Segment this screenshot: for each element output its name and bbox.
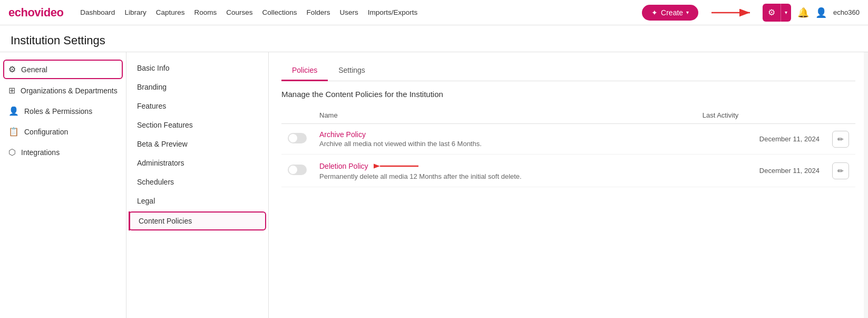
logo[interactable]: echovideo	[8, 6, 63, 20]
create-button[interactable]: ✦ Create ▾	[642, 5, 698, 21]
deletion-policy-edit-button[interactable]: ✏	[832, 162, 849, 179]
sidebar-item-integrations[interactable]: ⬡ Integrations	[0, 142, 126, 162]
middle-item-administrators[interactable]: Administrators	[126, 153, 268, 172]
archive-policy-description: Archive all media not viewed within the …	[319, 140, 690, 148]
deletion-policy-annotation-arrow	[374, 161, 421, 171]
archive-policy-info-cell: Archive Policy Archive all media not vie…	[313, 124, 696, 155]
bell-icon[interactable]: 🔔	[797, 7, 809, 18]
sidebar-configuration-label: Configuration	[24, 128, 68, 136]
archive-policy-info: Archive Policy Archive all media not vie…	[319, 130, 690, 148]
create-label: Create	[661, 8, 683, 17]
gear-icon: ⚙	[8, 64, 16, 74]
th-last-activity: Last Activity	[696, 107, 826, 124]
middle-item-beta-preview[interactable]: Beta & Preview	[126, 134, 268, 153]
table-row: Archive Policy Archive all media not vie…	[281, 124, 855, 155]
spark-icon: ✦	[651, 8, 658, 17]
deletion-policy-toggle[interactable]	[288, 165, 307, 175]
th-actions	[826, 107, 855, 124]
tab-bar: Policies Settings	[281, 61, 855, 81]
sidebar: ⚙ General ⊞ Organizations & Departments …	[0, 52, 126, 318]
sidebar-organizations-label: Organizations & Departments	[21, 86, 118, 95]
tab-settings[interactable]: Settings	[328, 61, 376, 81]
gear-button[interactable]: ⚙	[763, 4, 781, 22]
gear-dropdown-button[interactable]: ▾	[781, 4, 791, 22]
table-row: Deletion Policy	[281, 155, 855, 187]
integrations-icon: ⬡	[8, 147, 16, 157]
deletion-policy-actions-cell: ✏	[826, 155, 855, 187]
right-panel-inner: Policies Settings Manage the Content Pol…	[269, 52, 868, 196]
content-area: ⚙ General ⊞ Organizations & Departments …	[0, 52, 868, 318]
nav-imports-exports[interactable]: Imports/Exports	[368, 8, 418, 16]
page-header: Institution Settings	[0, 25, 868, 52]
nav-library[interactable]: Library	[124, 8, 146, 16]
nav-rooms[interactable]: Rooms	[194, 8, 217, 16]
middle-item-section-features[interactable]: Section Features	[126, 115, 268, 134]
sidebar-integrations-label: Integrations	[21, 148, 60, 157]
policies-table: Name Last Activity	[281, 107, 855, 187]
top-navigation: echovideo Dashboard Library Captures Roo…	[0, 0, 868, 25]
th-name: Name	[313, 107, 696, 124]
middle-item-features[interactable]: Features	[126, 97, 268, 115]
archive-policy-toggle-cell	[281, 124, 313, 155]
middle-item-legal[interactable]: Legal	[126, 191, 268, 210]
nav-users[interactable]: Users	[340, 8, 358, 16]
archive-policy-name: Archive Policy	[319, 130, 690, 139]
sidebar-item-roles[interactable]: 👤 Roles & Permissions	[0, 101, 126, 121]
deletion-policy-name: Deletion Policy	[319, 162, 368, 170]
sidebar-general-label: General	[21, 65, 47, 74]
deletion-policy-toggle-cell	[281, 155, 313, 187]
nav-links: Dashboard Library Captures Rooms Courses…	[80, 8, 631, 16]
configuration-icon: 📋	[8, 127, 19, 137]
th-toggle	[281, 107, 313, 124]
nav-courses[interactable]: Courses	[226, 8, 252, 16]
page-title: Institution Settings	[11, 34, 857, 47]
annotation-arrow	[709, 5, 756, 20]
archive-policy-last-activity: December 11, 2024	[696, 124, 826, 155]
deletion-policy-info-cell: Deletion Policy	[313, 155, 696, 187]
middle-panel: Basic Info Branding Features Section Fea…	[126, 52, 269, 318]
middle-item-basic-info[interactable]: Basic Info	[126, 59, 268, 78]
archive-policy-actions-cell: ✏	[826, 124, 855, 155]
right-panel: Policies Settings Manage the Content Pol…	[269, 52, 868, 318]
sidebar-item-general[interactable]: ⚙ General	[3, 60, 123, 79]
policies-section-title: Manage the Content Policies for the Inst…	[281, 90, 855, 99]
tab-policies[interactable]: Policies	[281, 61, 328, 81]
deletion-policy-description: Permanently delete all media 12 Months a…	[319, 172, 522, 180]
organizations-icon: ⊞	[8, 85, 15, 95]
username-label[interactable]: echo360	[833, 8, 860, 16]
gear-button-group[interactable]: ⚙ ▾	[763, 4, 791, 22]
nav-collections[interactable]: Collections	[262, 8, 297, 16]
deletion-policy-info: Deletion Policy	[319, 161, 522, 180]
sidebar-item-organizations[interactable]: ⊞ Organizations & Departments	[0, 80, 126, 101]
content-policies-label: Content Policies	[139, 217, 192, 225]
nav-folders[interactable]: Folders	[307, 8, 330, 16]
archive-policy-edit-button[interactable]: ✏	[832, 131, 849, 148]
middle-item-content-policies[interactable]: Content Policies	[129, 211, 266, 230]
archive-policy-toggle[interactable]	[288, 133, 307, 143]
sidebar-item-configuration[interactable]: 📋 Configuration	[0, 121, 126, 142]
roles-icon: 👤	[8, 106, 19, 116]
deletion-policy-last-activity: December 11, 2024	[696, 155, 826, 187]
sidebar-roles-label: Roles & Permissions	[24, 107, 92, 115]
middle-item-schedulers[interactable]: Schedulers	[126, 172, 268, 191]
nav-captures[interactable]: Captures	[156, 8, 185, 16]
nav-dashboard[interactable]: Dashboard	[80, 8, 115, 16]
deletion-policy-row-content: Deletion Policy	[319, 161, 690, 180]
chevron-down-icon: ▾	[686, 9, 689, 15]
user-icon[interactable]: 👤	[815, 7, 827, 18]
page-layout: Institution Settings ⚙ General ⊞ Organiz…	[0, 25, 868, 318]
nav-right-section: ⚙ ▾ 🔔 👤 echo360	[709, 4, 860, 22]
middle-item-branding[interactable]: Branding	[126, 78, 268, 97]
logo-text: echovideo	[8, 6, 63, 20]
scrollbar[interactable]	[864, 52, 868, 318]
